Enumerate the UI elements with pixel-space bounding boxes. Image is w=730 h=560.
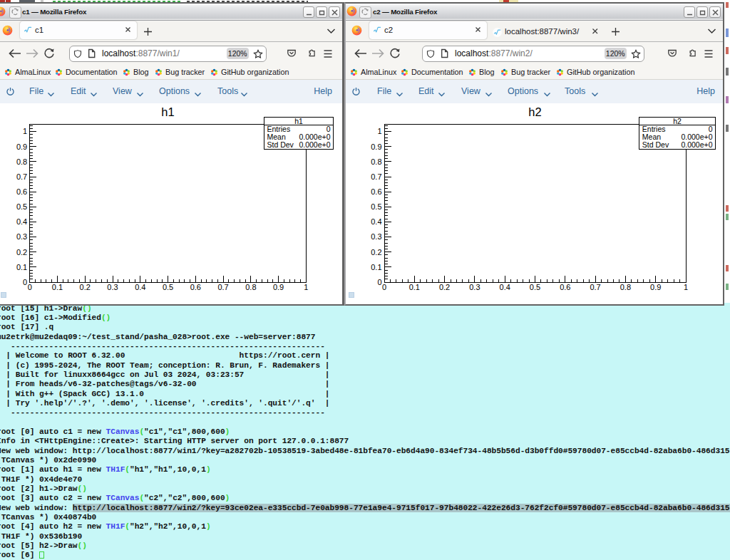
svg-text:0.3: 0.3 — [371, 232, 381, 241]
svg-text:0.8: 0.8 — [620, 283, 631, 291]
svg-text:0.6: 0.6 — [16, 187, 27, 196]
svg-text:0.1: 0.1 — [52, 283, 63, 291]
svg-text:0.4: 0.4 — [16, 217, 27, 226]
svg-text:Std Dev: Std Dev — [642, 140, 669, 149]
svg-text:Std Dev: Std Dev — [267, 140, 294, 149]
svg-text:0: 0 — [377, 278, 381, 286]
svg-text:0: 0 — [23, 278, 27, 286]
svg-text:0.6: 0.6 — [371, 187, 381, 196]
svg-text:0.3: 0.3 — [469, 283, 480, 291]
svg-text:0.9: 0.9 — [371, 142, 381, 151]
svg-text:0: 0 — [382, 283, 386, 291]
svg-text:0.000e+0: 0.000e+0 — [681, 140, 712, 149]
svg-text:0.7: 0.7 — [590, 283, 600, 291]
svg-text:1: 1 — [23, 127, 27, 135]
svg-text:0.9: 0.9 — [16, 142, 27, 151]
svg-text:0.2: 0.2 — [439, 283, 450, 291]
svg-text:0.5: 0.5 — [16, 202, 27, 211]
svg-text:0.1: 0.1 — [371, 263, 381, 271]
svg-text:0.000e+0: 0.000e+0 — [299, 140, 330, 149]
svg-text:1: 1 — [684, 283, 688, 291]
svg-text:0.2: 0.2 — [371, 248, 381, 256]
svg-text:0.1: 0.1 — [16, 263, 27, 271]
svg-text:1: 1 — [377, 127, 381, 135]
svg-text:0.8: 0.8 — [16, 157, 27, 166]
svg-text:0.8: 0.8 — [245, 283, 256, 291]
svg-text:0.4: 0.4 — [500, 283, 510, 291]
svg-text:0.2: 0.2 — [16, 248, 27, 256]
svg-text:0.3: 0.3 — [16, 232, 27, 241]
svg-text:0.1: 0.1 — [409, 283, 420, 291]
svg-text:0.2: 0.2 — [80, 283, 91, 291]
svg-text:0.6: 0.6 — [560, 283, 570, 291]
svg-text:0.6: 0.6 — [190, 283, 201, 291]
svg-text:0.7: 0.7 — [371, 172, 381, 181]
svg-text:h2: h2 — [673, 117, 682, 125]
svg-text:h1: h1 — [161, 105, 174, 118]
svg-text:0.8: 0.8 — [371, 157, 381, 166]
svg-text:h1: h1 — [294, 117, 303, 125]
svg-text:0.5: 0.5 — [371, 202, 381, 211]
svg-text:0.4: 0.4 — [371, 217, 381, 226]
svg-text:0.7: 0.7 — [217, 283, 228, 291]
svg-text:0.3: 0.3 — [107, 283, 118, 291]
svg-text:0.5: 0.5 — [530, 283, 540, 291]
svg-text:0.9: 0.9 — [650, 283, 661, 291]
svg-text:h2: h2 — [528, 105, 541, 118]
svg-text:0.9: 0.9 — [273, 283, 284, 291]
svg-text:1: 1 — [304, 283, 308, 291]
svg-text:0.5: 0.5 — [163, 283, 173, 291]
svg-text:0: 0 — [28, 283, 32, 291]
svg-text:0.7: 0.7 — [16, 172, 27, 181]
svg-text:0.4: 0.4 — [135, 283, 145, 291]
